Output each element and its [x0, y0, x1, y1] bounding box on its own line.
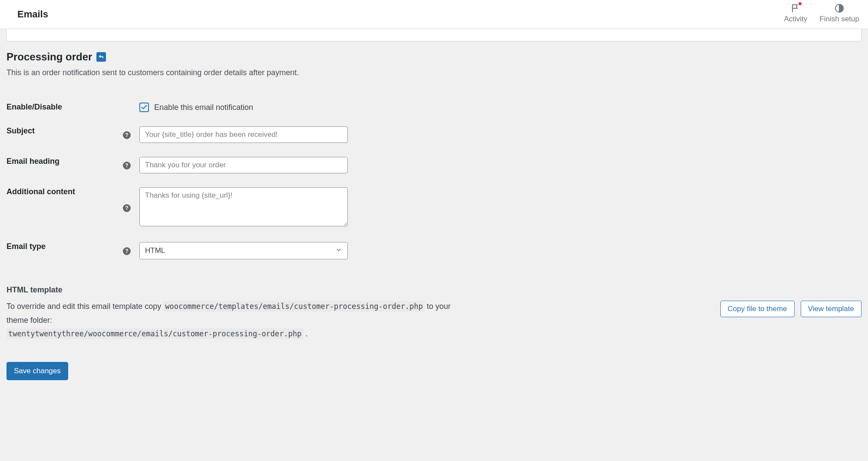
section-heading: Processing order	[7, 51, 861, 63]
template-text-period: .	[304, 329, 308, 338]
help-icon[interactable]: ?	[123, 204, 131, 212]
template-dest-path: twentytwentythree/woocommerce/emails/cus…	[7, 328, 304, 339]
additional-content-label: Additional content	[7, 180, 119, 235]
enable-checkbox-label: Enable this email notification	[154, 103, 253, 112]
settings-form: Enable/Disable Enable this email notific…	[7, 96, 861, 266]
template-row: To override and edit this email template…	[7, 300, 861, 341]
section-description: This is an order notification sent to cu…	[7, 68, 861, 77]
checkbox-icon	[139, 103, 149, 112]
half-circle-icon	[834, 3, 845, 14]
help-icon[interactable]: ?	[123, 162, 131, 169]
email-type-value: HTML	[145, 246, 165, 255]
top-bar: Emails Activity Finish setup	[0, 0, 868, 29]
view-template-button[interactable]: View template	[801, 301, 861, 317]
subject-input[interactable]	[139, 126, 348, 143]
finish-setup-button[interactable]: Finish setup	[819, 3, 859, 23]
help-icon[interactable]: ?	[123, 247, 131, 255]
email-heading-label: Email heading	[7, 150, 119, 180]
copy-file-button[interactable]: Copy file to theme	[720, 301, 795, 317]
help-icon[interactable]: ?	[123, 131, 131, 139]
checkmark-icon	[141, 104, 148, 111]
page-title: Emails	[17, 9, 48, 20]
email-heading-input[interactable]	[139, 157, 348, 173]
subject-label: Subject	[7, 119, 119, 150]
section-heading-text: Processing order	[7, 51, 92, 63]
activity-dot-icon	[799, 2, 802, 5]
back-to-emails-button[interactable]	[96, 52, 106, 62]
html-template-heading: HTML template	[7, 285, 861, 295]
enable-label: Enable/Disable	[7, 96, 119, 119]
additional-content-textarea[interactable]	[139, 187, 348, 226]
top-bar-left: Emails	[9, 0, 48, 29]
chevron-down-icon	[335, 246, 342, 255]
page-body: Processing order This is an order notifi…	[0, 29, 868, 398]
template-source-path: woocommerce/templates/emails/customer-pr…	[163, 301, 425, 312]
panel-strip	[7, 29, 861, 41]
top-bar-right: Activity Finish setup	[784, 0, 859, 23]
activity-label: Activity	[784, 15, 807, 23]
email-type-select[interactable]: HTML	[139, 242, 348, 259]
enable-checkbox[interactable]: Enable this email notification	[139, 103, 253, 112]
template-override-text: To override and edit this email template…	[7, 300, 467, 341]
save-changes-button[interactable]: Save changes	[7, 362, 68, 380]
activity-button[interactable]: Activity	[784, 3, 807, 23]
flag-icon	[790, 3, 801, 14]
return-arrow-icon	[98, 54, 104, 60]
email-type-label: Email type	[7, 235, 119, 266]
template-buttons: Copy file to theme View template	[720, 300, 861, 317]
finish-setup-label: Finish setup	[819, 15, 859, 23]
template-text-a: To override and edit this email template…	[7, 302, 163, 311]
